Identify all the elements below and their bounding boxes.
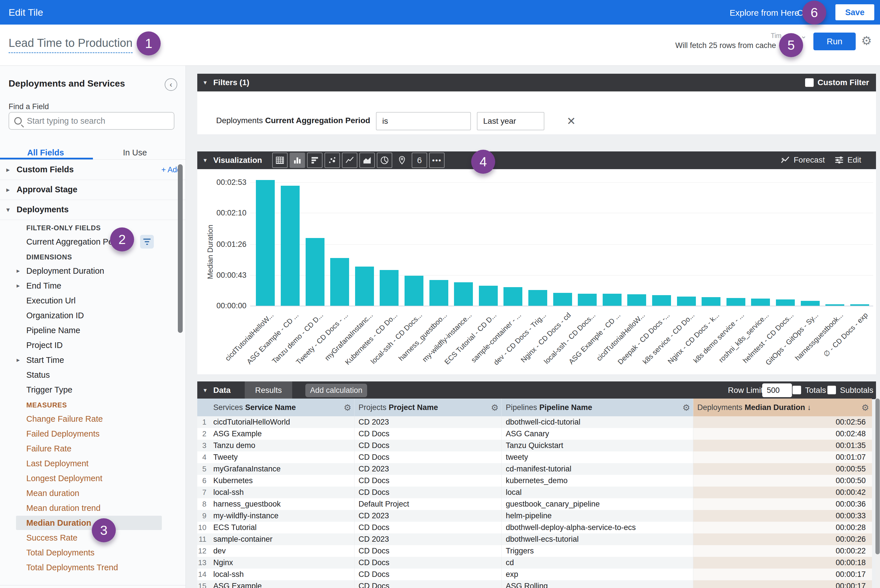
- bar-20[interactable]: [727, 298, 745, 306]
- custom-filter-checkbox[interactable]: [805, 78, 814, 87]
- cell-pipeline-name: helm-pipeline: [502, 510, 693, 522]
- bar-10[interactable]: [479, 286, 498, 306]
- bar-9[interactable]: [454, 282, 473, 306]
- bar-8[interactable]: [429, 280, 448, 306]
- subtotals-checkbox[interactable]: [827, 386, 836, 394]
- field-item-project-id[interactable]: Project ID: [0, 338, 186, 352]
- remove-filter-icon[interactable]: ✕: [567, 115, 576, 128]
- field-search-box[interactable]: [9, 112, 174, 130]
- field-item-total-deployments-trend[interactable]: Total Deployments Trend: [0, 560, 186, 575]
- field-item-start-time[interactable]: ▸Start Time: [0, 352, 186, 368]
- field-item-mean-duration-trend[interactable]: Mean duration trend: [0, 501, 186, 515]
- bar-15[interactable]: [603, 294, 621, 306]
- field-item-organization-id[interactable]: Organization ID: [0, 308, 186, 323]
- bar-24[interactable]: [825, 304, 844, 306]
- bar-6[interactable]: [380, 270, 399, 306]
- settings-gear-icon[interactable]: ⚙: [861, 34, 872, 48]
- column-gear-icon[interactable]: ⚙: [861, 403, 869, 412]
- column-chart-icon[interactable]: [290, 153, 305, 168]
- line-chart-icon[interactable]: [342, 153, 357, 168]
- sidebar-group-approval-stage[interactable]: ▸Approval Stage: [0, 180, 186, 200]
- bar-11[interactable]: [504, 287, 522, 306]
- sidebar-scrollbar[interactable]: [178, 164, 183, 333]
- bar-13[interactable]: [553, 293, 572, 306]
- column-gear-icon[interactable]: ⚙: [683, 403, 690, 412]
- cell-median-duration: 00:02:56: [693, 416, 872, 428]
- scatter-chart-icon[interactable]: [325, 153, 340, 168]
- sidebar-group-custom-fields[interactable]: ▸Custom Fields+ Add: [0, 160, 186, 180]
- bar-3[interactable]: [305, 238, 325, 306]
- field-item-pipeline-name[interactable]: Pipeline Name: [0, 323, 186, 338]
- area-chart-icon[interactable]: [360, 153, 375, 168]
- tab-in-use[interactable]: In Use: [123, 148, 147, 158]
- bar-19[interactable]: [702, 297, 721, 306]
- filter-value-input[interactable]: Last year: [477, 112, 545, 130]
- tab-all-fields[interactable]: All Fields: [27, 148, 64, 158]
- sidebar-group-deployments[interactable]: ▾Deployments2: [0, 200, 186, 220]
- table-row: 3Tanzu demoCD DocsTanzu Quickstart00:01:…: [197, 440, 872, 452]
- field-item-trigger-type[interactable]: Trigger Type: [0, 382, 186, 397]
- results-tab[interactable]: Results: [245, 381, 292, 399]
- more-chart-icon[interactable]: •••: [429, 153, 445, 168]
- field-item-failed-deployments[interactable]: Failed Deployments: [0, 426, 186, 441]
- bar-17[interactable]: [652, 295, 671, 306]
- bar-16[interactable]: [627, 294, 646, 306]
- column-header-project-name[interactable]: ProjectsProject Name⚙: [355, 399, 502, 416]
- field-item-status[interactable]: Status: [0, 368, 186, 382]
- filter-by-field-button[interactable]: [140, 235, 154, 249]
- forecast-button[interactable]: Forecast: [781, 155, 825, 165]
- bar-22[interactable]: [776, 299, 795, 306]
- field-item-mean-duration[interactable]: Mean duration: [0, 486, 186, 501]
- explore-from-here-button[interactable]: Explore from Here: [730, 8, 799, 18]
- tile-title-editable[interactable]: Lead Time to Production: [9, 37, 133, 53]
- data-section-header[interactable]: ▾ Data Results Add calculation Row Limit…: [197, 381, 876, 399]
- field-item-longest-deployment[interactable]: Longest Deployment: [0, 471, 186, 486]
- bar-4[interactable]: [330, 258, 349, 306]
- bar-2[interactable]: [281, 186, 299, 306]
- bar-chart-icon[interactable]: [307, 153, 322, 168]
- cell-pipeline-name: ASG Rolling: [502, 580, 693, 588]
- bar-25[interactable]: [850, 304, 869, 306]
- row-limit-input[interactable]: [762, 383, 792, 397]
- bar-1[interactable]: [256, 180, 275, 306]
- field-item-change-failure-rate[interactable]: Change Failure Rate: [0, 411, 186, 426]
- search-input[interactable]: [26, 116, 168, 126]
- field-item-end-time[interactable]: ▸End Time: [0, 278, 186, 293]
- collapse-sidebar-button[interactable]: ‹: [165, 78, 177, 91]
- run-button[interactable]: Run: [813, 33, 856, 50]
- bar-14[interactable]: [578, 294, 597, 306]
- cell-project-name: CD 2023: [355, 416, 502, 428]
- field-item-total-deployments[interactable]: Total Deployments: [0, 545, 186, 560]
- filter-operator-select[interactable]: is: [376, 112, 471, 130]
- column-gear-icon[interactable]: ⚙: [344, 403, 351, 412]
- bar-7[interactable]: [405, 276, 423, 306]
- field-item-deployment-duration[interactable]: ▸Deployment Duration: [0, 263, 186, 278]
- save-button[interactable]: Save: [835, 4, 874, 20]
- column-header-median-duration[interactable]: DeploymentsMedian Duration ↓⚙: [693, 399, 872, 416]
- field-item-execution-url[interactable]: Execution Url: [0, 293, 186, 308]
- edit-viz-button[interactable]: Edit: [834, 155, 861, 165]
- column-header-service-name[interactable]: ServicesService Name⚙: [209, 399, 355, 416]
- visualization-section-header[interactable]: ▾ Visualization 6••• Forecast Edit: [197, 152, 876, 169]
- map-chart-icon[interactable]: [394, 153, 410, 168]
- field-item-failure-rate[interactable]: Failure Rate: [0, 441, 186, 456]
- bar-23[interactable]: [801, 301, 820, 306]
- field-item-last-deployment[interactable]: Last Deployment: [0, 456, 186, 471]
- field-item-current-aggregation-period[interactable]: Current Aggregation Period: [0, 234, 186, 249]
- column-gear-icon[interactable]: ⚙: [491, 403, 499, 412]
- results-table: ServicesService Name⚙ProjectsProject Nam…: [197, 399, 872, 588]
- pie-chart-icon[interactable]: [377, 153, 392, 168]
- column-header-pipeline-name[interactable]: PipelinesPipeline Name⚙: [502, 399, 693, 416]
- table-scrollbar[interactable]: [875, 399, 880, 588]
- add-calculation-button[interactable]: Add calculation: [305, 384, 367, 397]
- bar-21[interactable]: [751, 298, 770, 306]
- timezone-dropdown[interactable]: Tim: [771, 32, 781, 40]
- bar-18[interactable]: [677, 297, 696, 306]
- table-chart-icon[interactable]: [272, 153, 287, 168]
- bar-5[interactable]: [355, 267, 374, 306]
- totals-checkbox[interactable]: [793, 386, 801, 394]
- filters-section-header[interactable]: ▾ Filters (1) Custom Filter: [197, 74, 876, 92]
- bar-12[interactable]: [528, 290, 547, 306]
- cell-pipeline-name: cd: [502, 557, 693, 568]
- single-value-chart-icon[interactable]: 6: [412, 153, 427, 168]
